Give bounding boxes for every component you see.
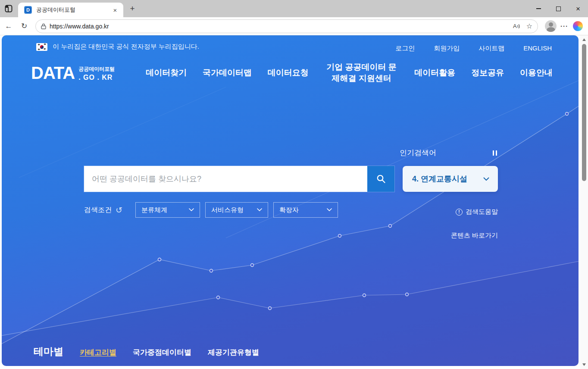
chevron-down-icon (189, 208, 194, 212)
popular-keyword-selected: 4. 연계교통시설 (412, 174, 467, 184)
filter-service-type-select[interactable]: 서비스유형 (205, 202, 268, 218)
popular-keyword-select[interactable]: 4. 연계교통시설 (403, 166, 498, 192)
tab-title: 공공데이터포털 (36, 6, 111, 14)
main-nav: 데이터찾기 국가데이터맵 데이터요청 기업 공공데이터 문제해결 지원센터 데이… (146, 62, 553, 84)
utility-nav: 로그인 회원가입 사이트맵 ENGLISH (395, 44, 552, 53)
page-scrollbar[interactable] (580, 35, 588, 369)
address-bar[interactable]: https://www.data.go.kr A ☆ (35, 19, 538, 33)
nav-item-guide[interactable]: 이용안내 (520, 67, 553, 78)
popular-keywords-label: 인기검색어 (400, 148, 436, 158)
page-viewport: 이 누리집은 대한민국 공식 전자정부 누리집입니다. 로그인 회원가입 사이트… (0, 35, 588, 369)
minimize-icon (536, 8, 541, 9)
browser-titlebar: D 공공데이터포털 × + × (0, 0, 588, 17)
info-icon: ! (456, 209, 463, 216)
tab-category[interactable]: 카테고리별 (80, 347, 116, 357)
login-link[interactable]: 로그인 (395, 44, 415, 53)
browser-tab[interactable]: D 공공데이터포털 × (18, 3, 123, 17)
reset-icon[interactable]: ↺ (116, 206, 122, 214)
filter-label: 분류체계 (141, 206, 167, 214)
filter-label: 서비스유형 (211, 206, 244, 214)
filter-category-select[interactable]: 분류체계 (135, 202, 200, 218)
favorite-star-icon[interactable]: ☆ (526, 22, 532, 30)
tab-workspaces-icon[interactable] (4, 4, 13, 13)
read-aloud-waves-icon (517, 23, 521, 29)
lock-icon (41, 23, 46, 29)
official-notice-text: 이 누리집은 대한민국 공식 전자정부 누리집입니다. (53, 43, 199, 51)
search-help-label: 검색도움말 (466, 208, 498, 216)
copilot-icon[interactable] (573, 21, 583, 31)
browser-toolbar: ← ↻ https://www.data.go.kr A ☆ ··· (0, 17, 588, 35)
pause-icon[interactable] (492, 150, 498, 156)
signup-link[interactable]: 회원가입 (434, 44, 460, 53)
site-header: DATA 공공데이터포털 . GO . KR 데이터찾기 국가데이터맵 데이터요… (31, 59, 553, 86)
search-help-link[interactable]: ! 검색도움말 (456, 208, 498, 216)
sitemap-link[interactable]: 사이트맵 (479, 44, 504, 53)
close-button[interactable]: × (568, 0, 588, 17)
logo-badge-text: 공공데이터포털 (78, 66, 115, 73)
content-shortcut-link[interactable]: 콘텐츠 바로가기 (451, 231, 498, 240)
browser-window: D 공공데이터포털 × + × ← ↻ https://www.data.go.… (0, 0, 588, 369)
filter-group: 분류체계 서비스유형 확장자 (135, 202, 338, 218)
search-input[interactable] (84, 166, 367, 192)
chevron-down-icon (483, 177, 489, 181)
close-icon: × (576, 5, 580, 13)
new-tab-button[interactable]: + (128, 4, 137, 13)
filter-extension-select[interactable]: 확장자 (273, 202, 338, 218)
scrollbar-thumb[interactable] (582, 44, 586, 181)
browser-menu-icon[interactable]: ··· (559, 22, 569, 30)
nav-item-biz-support-center[interactable]: 기업 공공데이터 문제해결 지원센터 (325, 62, 399, 84)
condition-label: 검색조건 (84, 206, 112, 215)
nav-item-data-request[interactable]: 데이터요청 (268, 67, 309, 78)
site-logo[interactable]: DATA 공공데이터포털 . GO . KR (31, 64, 115, 81)
tab-provider-type[interactable]: 제공기관유형별 (208, 347, 259, 357)
popular-keywords-row: 인기검색어 (400, 148, 498, 158)
search-bar (84, 166, 394, 192)
chevron-down-icon (257, 208, 262, 212)
official-notice-banner: 이 누리집은 대한민국 공식 전자정부 누리집입니다. (36, 43, 199, 51)
read-aloud-button[interactable]: A (513, 23, 521, 29)
search-button[interactable] (367, 166, 394, 192)
logo-main-text: DATA (31, 64, 75, 81)
tab-theme[interactable]: 테마별 (34, 345, 63, 358)
site-favicon: D (24, 6, 32, 14)
nav-item-info-share[interactable]: 정보공유 (471, 67, 504, 78)
search-condition-row: 검색조건 ↺ 분류체계 서비스유형 확장자 (84, 202, 338, 218)
nav-item-national-data-map[interactable]: 국가데이터맵 (203, 67, 252, 78)
scrollbar-down-icon[interactable] (582, 363, 586, 366)
back-button[interactable]: ← (3, 21, 14, 31)
profile-avatar[interactable] (545, 20, 557, 32)
url-text[interactable]: https://www.data.go.kr (50, 23, 508, 30)
chevron-down-icon (327, 208, 332, 212)
tab-close-icon[interactable]: × (111, 6, 119, 14)
korea-flag-icon (36, 43, 47, 51)
read-aloud-icon: A (513, 23, 517, 29)
search-icon (376, 174, 386, 184)
theme-tab-bar: 테마별 카테고리별 국가중점데이터별 제공기관유형별 (34, 345, 259, 358)
logo-domain-text: . GO . KR (78, 74, 115, 81)
scrollbar-up-icon[interactable] (582, 38, 586, 41)
hero-section: 이 누리집은 대한민국 공식 전자정부 누리집입니다. 로그인 회원가입 사이트… (2, 35, 579, 366)
maximize-icon (556, 6, 561, 11)
minimize-button[interactable] (529, 0, 548, 17)
nav-item-data-search[interactable]: 데이터찾기 (146, 67, 187, 78)
filter-label: 확장자 (279, 206, 299, 214)
english-link[interactable]: ENGLISH (523, 44, 552, 53)
maximize-button[interactable] (548, 0, 568, 17)
window-controls: × (529, 0, 588, 17)
tab-national-core-data[interactable]: 국가중점데이터별 (133, 347, 191, 357)
refresh-button[interactable]: ↻ (19, 21, 29, 31)
nav-item-data-use[interactable]: 데이터활용 (414, 67, 455, 78)
